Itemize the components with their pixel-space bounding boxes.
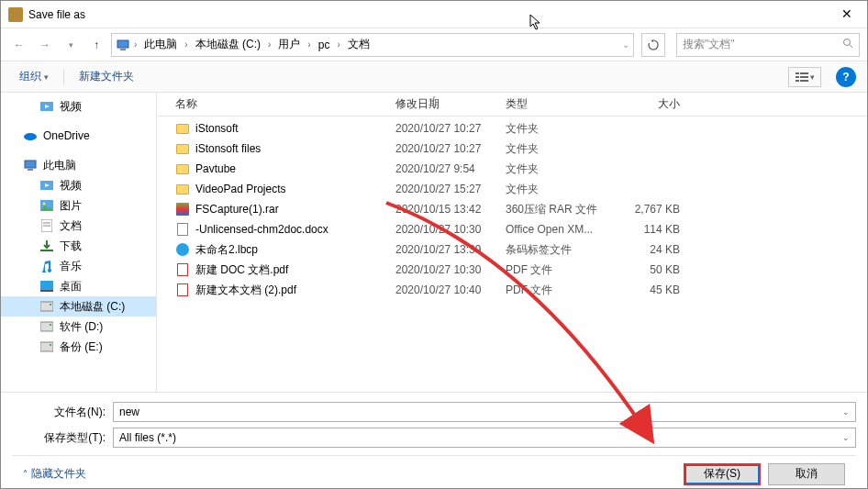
- file-date: 2020/10/27 13:39: [395, 243, 506, 256]
- disk-icon: [39, 319, 54, 334]
- search-input[interactable]: 搜索"文档": [676, 33, 860, 57]
- address-bar: ← → ▾ ↑ › 此电脑 › 本地磁盘 (C:) › 用户 › pc › 文档…: [1, 28, 867, 61]
- sidebar-item[interactable]: 视频: [1, 96, 156, 117]
- sidebar-item[interactable]: 文档: [1, 216, 156, 236]
- file-row[interactable]: 未命名2.lbcp2020/10/27 13:39条码标签文件24 KB: [157, 239, 867, 260]
- file-row[interactable]: FSCapture(1).rar2020/10/15 13:42360压缩 RA…: [157, 199, 867, 219]
- window-title: Save file as: [28, 8, 826, 21]
- file-row[interactable]: iStonsoft2020/10/27 10:27文件夹: [157, 118, 867, 139]
- close-button[interactable]: ✕: [826, 1, 867, 28]
- up-button[interactable]: ↑: [85, 34, 107, 56]
- svg-rect-24: [40, 290, 53, 292]
- back-button[interactable]: ←: [8, 34, 30, 56]
- chevron-up-icon: ˄: [23, 469, 28, 479]
- file-size: 24 KB: [616, 243, 698, 256]
- file-row[interactable]: -Unlicensed-chm2doc.docx2020/10/27 10:30…: [157, 219, 867, 239]
- column-size[interactable]: 大小: [616, 96, 698, 112]
- cancel-button[interactable]: 取消: [768, 463, 845, 485]
- sort-indicator-icon: ˄: [432, 95, 437, 105]
- folder-icon: [175, 121, 190, 136]
- music-icon: [39, 259, 54, 273]
- chevron-down-icon[interactable]: ⌄: [842, 407, 850, 417]
- sidebar-item[interactable]: 此电脑: [1, 155, 156, 175]
- file-type: Office Open XM...: [506, 223, 616, 236]
- breadcrumb-item[interactable]: 此电脑: [140, 37, 181, 52]
- chevron-down-icon: ▾: [810, 72, 815, 82]
- file-date: 2020/10/27 10:27: [395, 142, 506, 155]
- sidebar-item[interactable]: OneDrive: [1, 126, 156, 146]
- sidebar-item-label: 视频: [60, 99, 82, 115]
- file-size: 2,767 KB: [616, 203, 698, 216]
- filename-input[interactable]: new ⌄: [113, 402, 856, 422]
- chevron-right-icon: ›: [183, 39, 189, 50]
- file-row[interactable]: iStonsoft files2020/10/27 10:27文件夹: [157, 139, 867, 159]
- help-button[interactable]: ?: [836, 67, 856, 87]
- breadcrumb[interactable]: › 此电脑 › 本地磁盘 (C:) › 用户 › pc › 文档 ⌄: [111, 33, 634, 57]
- sidebar-item[interactable]: 本地磁盘 (C:): [1, 296, 156, 317]
- file-date: 2020/10/27 10:30: [395, 263, 506, 276]
- sidebar-item-label: 音乐: [60, 259, 82, 274]
- refresh-button[interactable]: [641, 33, 665, 57]
- column-date[interactable]: 修改日期: [395, 96, 506, 112]
- breadcrumb-item[interactable]: 本地磁盘 (C:): [192, 37, 264, 52]
- column-type[interactable]: 类型: [506, 96, 616, 112]
- filetype-value: All files (*.*): [119, 431, 176, 444]
- pc-icon: [23, 158, 38, 172]
- hide-folders-button[interactable]: ˄ 隐藏文件夹: [23, 466, 86, 482]
- sidebar-item[interactable]: 视频: [1, 175, 156, 195]
- pictures-icon: [39, 198, 54, 213]
- recent-dropdown[interactable]: ▾: [60, 34, 82, 56]
- file-row[interactable]: 新建文本文档 (2).pdf2020/10/27 10:40PDF 文件45 K…: [157, 280, 867, 300]
- svg-rect-5: [800, 72, 808, 74]
- organize-button[interactable]: 组织 ▾: [12, 65, 56, 88]
- app-icon: [8, 7, 23, 22]
- chevron-right-icon: ›: [132, 39, 139, 50]
- file-date: 2020/10/27 15:27: [395, 183, 506, 195]
- sidebar-item[interactable]: 备份 (E:): [1, 337, 156, 357]
- file-row[interactable]: 新建 DOC 文档.pdf2020/10/27 10:30PDF 文件50 KB: [157, 260, 867, 280]
- chevron-down-icon: ▾: [44, 72, 49, 82]
- breadcrumb-item[interactable]: 用户: [274, 37, 304, 52]
- toolbar: 组织 ▾ 新建文件夹 ▾ ?: [1, 61, 867, 93]
- view-button[interactable]: ▾: [788, 67, 821, 87]
- dialog-footer: ˄ 隐藏文件夹 保存(S) 取消: [12, 455, 856, 489]
- breadcrumb-item[interactable]: 文档: [344, 37, 373, 52]
- svg-rect-28: [50, 324, 51, 326]
- file-row[interactable]: Pavtube2020/10/27 9:54文件夹: [157, 159, 867, 179]
- sidebar-item-label: 软件 (D:): [60, 319, 103, 335]
- svg-point-18: [43, 203, 46, 206]
- file-row[interactable]: VideoPad Projects2020/10/27 15:27文件夹: [157, 179, 867, 199]
- file-name: 新建文本文档 (2).pdf: [195, 283, 296, 298]
- sidebar-item[interactable]: 下载: [1, 236, 156, 256]
- sidebar-tree[interactable]: 视频OneDrive此电脑视频图片文档下载音乐桌面本地磁盘 (C:)软件 (D:…: [1, 93, 157, 392]
- save-button[interactable]: 保存(S): [684, 463, 761, 485]
- file-date: 2020/10/27 10:27: [395, 122, 506, 135]
- video-icon: [39, 99, 54, 114]
- svg-rect-7: [800, 76, 808, 78]
- svg-rect-13: [25, 161, 36, 168]
- column-name[interactable]: 名称: [166, 96, 395, 112]
- chevron-down-icon[interactable]: ⌄: [622, 39, 629, 50]
- sidebar-item[interactable]: 软件 (D:): [1, 317, 156, 337]
- lbcp-icon: [175, 242, 190, 257]
- breadcrumb-item[interactable]: pc: [315, 39, 334, 51]
- svg-rect-25: [40, 302, 53, 311]
- file-list: 名称 ˄ 修改日期 类型 大小 iStonsoft2020/10/27 10:2…: [157, 93, 867, 392]
- svg-rect-30: [50, 344, 51, 346]
- svg-rect-27: [40, 322, 53, 331]
- file-type: 文件夹: [506, 161, 616, 177]
- sidebar-item[interactable]: 图片: [1, 195, 156, 216]
- chevron-down-icon[interactable]: ⌄: [842, 433, 850, 442]
- filename-label: 文件名(N):: [12, 405, 113, 420]
- forward-button: →: [34, 34, 56, 56]
- separator: [63, 69, 64, 85]
- new-folder-button[interactable]: 新建文件夹: [72, 65, 141, 88]
- svg-rect-6: [796, 76, 799, 78]
- file-type: 条码标签文件: [506, 242, 616, 258]
- content-area: 视频OneDrive此电脑视频图片文档下载音乐桌面本地磁盘 (C:)软件 (D:…: [1, 93, 867, 392]
- filetype-select[interactable]: All files (*.*) ⌄: [113, 428, 856, 448]
- sidebar-item[interactable]: 音乐: [1, 256, 156, 276]
- sidebar-item[interactable]: 桌面: [1, 276, 156, 296]
- save-fields: 文件名(N): new ⌄ 保存类型(T): All files (*.*) ⌄…: [1, 392, 867, 489]
- file-date: 2020/10/27 10:40: [395, 283, 506, 296]
